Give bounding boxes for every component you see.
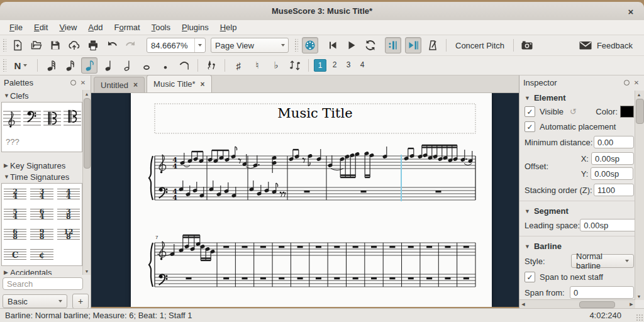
- palettes-scrollbar[interactable]: ▲ ▼: [82, 90, 91, 275]
- inspector-float-icon[interactable]: [623, 79, 630, 87]
- scroll-up-arrow[interactable]: ▲: [83, 90, 91, 97]
- menu-add[interactable]: Add: [82, 21, 108, 33]
- save-button[interactable]: [48, 38, 63, 53]
- voice-3-button[interactable]: 3: [343, 59, 354, 70]
- zoom-dropdown-arrow[interactable]: [194, 38, 205, 52]
- redo-button[interactable]: [123, 38, 138, 53]
- print-button[interactable]: [86, 38, 101, 53]
- flip-direction-button[interactable]: [287, 58, 303, 73]
- half-note-button[interactable]: [120, 58, 135, 73]
- augmentation-dot-button[interactable]: [158, 58, 173, 73]
- measure-number[interactable]: 7: [155, 235, 158, 240]
- score-view[interactable]: Music Title44447: [91, 93, 519, 307]
- palette-section-key-signatures[interactable]: ▶Key Signatures: [0, 160, 84, 171]
- time-signature-3-4[interactable]: 34: [28, 185, 55, 204]
- toolbar-drag-handle[interactable]: [2, 39, 6, 52]
- play-button[interactable]: [344, 38, 359, 53]
- tab-untitled[interactable]: Untitled×: [94, 77, 145, 92]
- reset-icon[interactable]: ↺: [570, 107, 577, 116]
- voice-4-button[interactable]: 4: [357, 59, 368, 70]
- play-repeats-toggle[interactable]: [385, 37, 401, 53]
- span-to-next-staff-checkbox[interactable]: ✓: [525, 272, 535, 282]
- color-swatch[interactable]: [620, 106, 634, 118]
- clef-placeholder[interactable]: ???: [2, 137, 82, 147]
- clef-tenor[interactable]: [64, 110, 81, 125]
- stacking-order-field[interactable]: [594, 184, 634, 196]
- pan-score-toggle[interactable]: [405, 37, 421, 53]
- clef-treble[interactable]: [3, 111, 21, 128]
- menu-help[interactable]: Help: [214, 21, 243, 33]
- sharp-button[interactable]: ♯: [231, 58, 246, 73]
- toolbar-drag-handle[interactable]: [294, 39, 298, 52]
- scrollbar-thumb[interactable]: [579, 301, 615, 308]
- voice-2-button[interactable]: 2: [329, 59, 340, 70]
- time-signature-6-4[interactable]: 64: [28, 205, 55, 224]
- tab-musictitle[interactable]: Music Title*×: [147, 75, 211, 92]
- palette-section-clefs[interactable]: ▼Clefs: [0, 90, 84, 101]
- palette-section-accidentals[interactable]: ▶Accidentals: [0, 267, 84, 275]
- menu-format[interactable]: Format: [108, 21, 145, 33]
- offset-x-field[interactable]: [591, 152, 634, 165]
- clefs-palette-box[interactable]: ???: [1, 102, 82, 152]
- clef-items[interactable]: [2, 103, 82, 138]
- scroll-up-arrow[interactable]: ▲: [635, 91, 643, 98]
- save-online-button[interactable]: [67, 38, 82, 53]
- score-page[interactable]: Music Title44447: [131, 93, 492, 307]
- leading-space-field[interactable]: [580, 219, 635, 231]
- rewind-button[interactable]: [325, 38, 340, 53]
- whole-note-button[interactable]: [139, 58, 154, 73]
- automatic-placement-checkbox[interactable]: ✓: [525, 121, 535, 132]
- time-signature-5-4[interactable]: 54: [2, 205, 28, 224]
- menu-tools[interactable]: Tools: [146, 21, 176, 33]
- time-signature-12-8[interactable]: 128: [55, 225, 82, 244]
- time-signature-C[interactable]: C: [2, 245, 28, 264]
- score-title[interactable]: Music Title: [277, 106, 352, 121]
- time-signature-6-8[interactable]: 68: [2, 225, 28, 244]
- undo-button[interactable]: [104, 38, 119, 53]
- metronome-button[interactable]: [425, 38, 440, 53]
- time-signature-2-4[interactable]: 24: [2, 185, 28, 204]
- span-from-field[interactable]: [570, 286, 634, 299]
- open-file-button[interactable]: [29, 38, 44, 53]
- barline-section-header[interactable]: Barline: [534, 242, 562, 251]
- time-signature-4-4[interactable]: 44: [55, 185, 82, 204]
- quarter-note-button[interactable]: [101, 58, 116, 73]
- 16th-note-button[interactable]: [62, 58, 77, 73]
- time-signature-9-8[interactable]: 98: [28, 225, 55, 244]
- scroll-left-arrow[interactable]: ◀: [519, 301, 527, 308]
- tab-close-icon[interactable]: ×: [201, 80, 205, 89]
- menu-plugins[interactable]: Plugins: [176, 21, 214, 33]
- concert-pitch-toggle[interactable]: Concert Pitch: [450, 39, 509, 52]
- scroll-down-arrow[interactable]: ▼: [635, 292, 643, 300]
- inspector-horizontal-scrollbar[interactable]: ◀ ▶: [519, 299, 635, 308]
- minimum-distance-field[interactable]: [594, 136, 634, 148]
- inspector-vertical-scrollbar[interactable]: ▲ ▼: [635, 91, 644, 300]
- window-close-button[interactable]: ×: [625, 6, 636, 17]
- inspector-close-icon[interactable]: ✕: [633, 79, 640, 87]
- element-section-header[interactable]: Element: [534, 93, 566, 103]
- zoom-combobox[interactable]: 84.6667%: [147, 38, 206, 53]
- feedback-button[interactable]: Feedback: [574, 38, 638, 53]
- scroll-down-arrow[interactable]: ▼: [83, 267, 91, 275]
- clef-bass[interactable]: [23, 111, 41, 125]
- menu-view[interactable]: View: [53, 21, 82, 33]
- title-bar[interactable]: MuseScore 3: Music Title* ×: [0, 2, 644, 21]
- loop-playback-button[interactable]: [363, 38, 378, 53]
- time-signature-3-8[interactable]: 38: [55, 205, 82, 224]
- menu-edit[interactable]: Edit: [28, 21, 53, 33]
- note-input-mode-button[interactable]: N: [10, 58, 31, 73]
- scrollbar-thumb[interactable]: [84, 98, 91, 169]
- visible-checkbox[interactable]: ✓: [525, 106, 535, 117]
- palettes-close-icon[interactable]: ✕: [79, 79, 87, 87]
- voice-1-button[interactable]: 1: [314, 59, 326, 72]
- palette-section-time-signatures[interactable]: ▼Time Signatures: [0, 171, 84, 182]
- resize-grip[interactable]: [636, 314, 643, 321]
- offset-y-field[interactable]: [591, 167, 633, 180]
- palettes-float-icon[interactable]: [69, 79, 77, 87]
- flat-button[interactable]: ♭: [269, 58, 284, 73]
- image-capture-button[interactable]: [519, 38, 535, 53]
- tie-button[interactable]: [177, 58, 192, 73]
- new-score-button[interactable]: [10, 38, 25, 53]
- clef-alto[interactable]: [43, 111, 61, 125]
- segment-section-header[interactable]: Segment: [534, 206, 569, 216]
